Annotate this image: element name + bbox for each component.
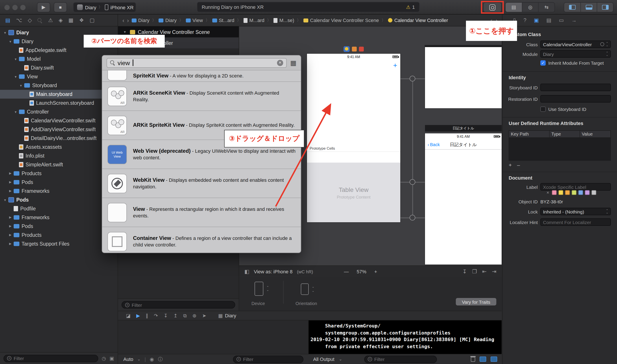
library-item-container-view[interactable]: Container View - Defines a region of a v… (102, 227, 301, 253)
run-button[interactable]: ▶ (37, 2, 50, 12)
first-responder-icon[interactable] (352, 46, 357, 51)
prototype-cell[interactable] (307, 151, 400, 163)
disclosure-icon[interactable]: ▶ (8, 216, 13, 219)
localizer-hint-field[interactable]: Comment For Localizer (540, 218, 611, 226)
breadcrumb-item-view[interactable]: View (186, 18, 203, 23)
nav-item-controller[interactable]: ▼Controller (0, 107, 118, 116)
info-icon[interactable]: ⓘ (158, 356, 163, 363)
quick-help-inspector-tab[interactable]: ? (523, 17, 526, 23)
disclosure-icon[interactable]: ▼ (13, 57, 18, 61)
library-item-spritekit-view[interactable]: SpriteKit View - A view for displaying a… (102, 70, 301, 82)
size-inspector-tab[interactable]: ▭ (559, 17, 564, 23)
class-field[interactable]: CalendarViewController ⌃⌄ (540, 40, 611, 48)
nav-item-launchscreen-storyboard[interactable]: LaunchScreen.storyboard (0, 99, 118, 107)
sidebar-toggle-icon[interactable]: ◧ (244, 269, 250, 275)
stepper-icon[interactable]: ⌃⌄ (606, 209, 608, 214)
diary-detail-scene[interactable]: 9:41 AM ‹ Back 日記タイトル (425, 133, 502, 264)
jump-icon[interactable] (600, 42, 604, 46)
disclosure-icon[interactable]: ▼ (3, 198, 8, 201)
standard-editor-button[interactable]: ▤ (506, 3, 522, 12)
scheme-selector[interactable]: Diary 〉 iPhone XR (73, 2, 136, 12)
breakpoints-toggle-icon[interactable]: ▶ (136, 313, 140, 318)
debug-area-toggle-button[interactable] (580, 3, 597, 12)
attributes-inspector-tab[interactable]: ▤ (546, 17, 551, 23)
disclosure-icon[interactable]: ▶ (8, 189, 13, 193)
nav-item-frameworks[interactable]: ▶Frameworks (0, 187, 118, 195)
pin-constraints-icon[interactable]: ⇥ (492, 269, 496, 275)
stepper-icon[interactable]: ⌃⌄ (606, 52, 608, 56)
outline-filter-input[interactable]: Filter (121, 301, 235, 309)
color-swatch[interactable] (565, 190, 570, 195)
console-filter-input[interactable]: Filter (364, 355, 437, 363)
zoom-out-button[interactable]: — (344, 269, 349, 274)
nav-item-frameworks[interactable]: ▶Frameworks (0, 213, 118, 222)
issue-navigator-icon[interactable]: ⚠ (48, 17, 53, 23)
step-over-icon[interactable]: ↷ (154, 313, 158, 318)
vary-for-traits-button[interactable]: Vary for Traits (456, 298, 496, 305)
clear-search-icon[interactable] (277, 60, 283, 66)
pause-execution-icon[interactable]: ∥ (146, 313, 148, 318)
storyboard-id-field[interactable] (540, 84, 611, 91)
disclosure-icon[interactable]: ▼ (3, 31, 8, 34)
stop-button[interactable]: ■ (54, 2, 67, 12)
connections-inspector-tab[interactable]: → (571, 17, 577, 23)
stepper-icon[interactable]: ⌃⌄ (606, 42, 608, 46)
identity-inspector-tab[interactable]: ▣ (534, 17, 539, 23)
no-color-icon[interactable]: × (547, 190, 549, 195)
hide-debug-area-icon[interactable]: ◪ (126, 313, 131, 318)
breadcrumb-item-st-ard[interactable]: St...ard (212, 18, 234, 23)
nav-item-simplealert-swift[interactable]: SimpleAlert.swift (0, 160, 118, 169)
breadcrumb-item-diary[interactable]: Diary (132, 18, 149, 23)
nav-item-pods[interactable]: ▶Pods (0, 178, 118, 187)
nav-item-pods[interactable]: ▶Pods (0, 222, 118, 231)
source-control-status-icon[interactable]: ▣ (109, 355, 114, 361)
update-frames-icon[interactable]: ↧ (462, 269, 467, 275)
orientation-stepper-icon[interactable]: ⌃⌄ (312, 287, 314, 292)
nav-item-view[interactable]: ▼View (0, 72, 118, 81)
nav-item-calendarviewcontroller-swift[interactable]: CalendarViewController.swift (0, 116, 118, 125)
add-bar-button[interactable]: + (393, 62, 397, 70)
forward-icon[interactable]: › (127, 17, 129, 24)
running-app-chip[interactable]: ▦ Diary (218, 313, 236, 318)
back-icon[interactable]: ‹ (122, 17, 124, 24)
find-navigator-icon[interactable] (38, 18, 42, 23)
zoom-window-button[interactable] (20, 5, 26, 10)
nav-item-adddiaryviewcontroller-swift[interactable]: AddDiaryViewController.swift (0, 125, 118, 134)
nav-item-products[interactable]: ▶Products (0, 231, 118, 239)
recent-files-icon[interactable]: ◷ (102, 355, 106, 361)
navigator-filter-input[interactable]: Filter (3, 354, 98, 362)
device-stepper-icon[interactable]: ⌃⌄ (267, 286, 269, 291)
symbol-navigator-icon[interactable]: ◇ (28, 17, 32, 23)
assistant-editor-button[interactable]: ◎ (522, 3, 538, 12)
library-view-mode-icon[interactable]: ▦ (290, 59, 296, 67)
table-view-area[interactable] (307, 71, 400, 145)
disclosure-icon[interactable]: ▼ (13, 110, 18, 113)
project-navigator-icon[interactable]: ▤ (5, 17, 10, 23)
nav-item-main-storyboard[interactable]: Main.storyboard (0, 90, 118, 99)
calendar-view-controller-scene[interactable]: 9:41 AM + Prototype Cells Table View Pro… (307, 46, 400, 222)
disclosure-icon[interactable]: ▶ (8, 172, 13, 175)
nav-item-pods[interactable]: ▼Pods (0, 195, 118, 204)
test-navigator-icon[interactable]: ◈ (59, 17, 63, 23)
disclosure-icon[interactable]: ▶ (8, 233, 13, 237)
zoom-in-button[interactable]: + (374, 269, 377, 274)
breadcrumb-item-calendar-view-controller-scene[interactable]: Calendar View Controller Scene (303, 18, 379, 23)
variables-filter-input[interactable]: Filter (233, 355, 303, 363)
color-swatch[interactable] (572, 190, 577, 195)
breadcrumb-item-m-se[interactable]: M...se) (274, 18, 294, 23)
module-field[interactable]: Diary ⌃⌄ (540, 50, 611, 58)
nav-item-detaildairyvie-ontroller-swift[interactable]: DetailDairyVie...ontroller.swift (0, 134, 118, 143)
segue-badge[interactable] (410, 76, 415, 81)
zoom-level[interactable]: 57% (357, 269, 366, 274)
back-bar-button[interactable]: ‹ Back (428, 142, 440, 147)
memory-graph-icon[interactable]: ⊛ (192, 313, 196, 318)
source-control-navigator-icon[interactable]: ⌥ (16, 17, 22, 23)
breadcrumb-item-calendar-view-controller[interactable]: Calendar View Controller (388, 18, 448, 23)
variables-view-toggle[interactable] (480, 356, 486, 362)
variables-scope-selector[interactable]: Auto (123, 356, 133, 362)
breadcrumb-item-diary[interactable]: Diary (159, 18, 177, 23)
runtime-attributes-table[interactable]: Key Path Type Value (509, 130, 611, 161)
adjacent-scene-fragment[interactable] (425, 45, 502, 108)
label-field[interactable]: Xcode Specific Label (540, 183, 611, 191)
view-hierarchy-icon[interactable]: ⧉ (183, 313, 187, 318)
